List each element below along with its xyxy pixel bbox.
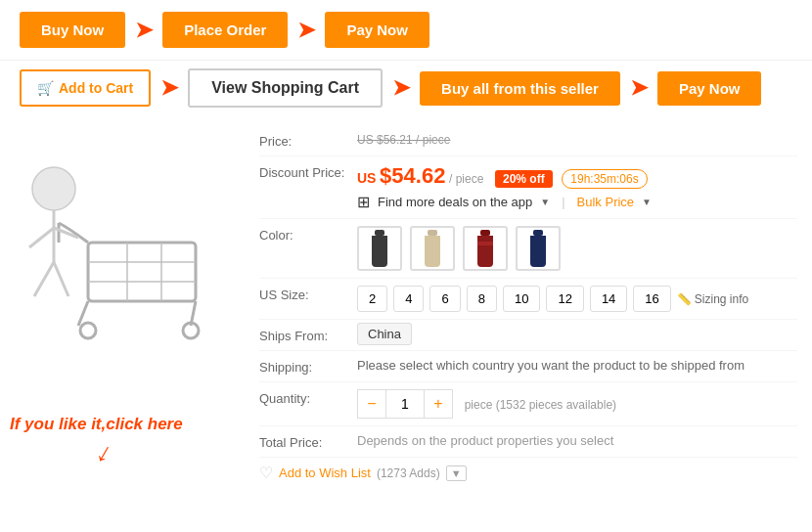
cart-icon: 🛒 [37,80,54,96]
wishlist-adds-count: (1273 Adds) [377,466,440,480]
sizing-info-link[interactable]: 📏 Sizing info [677,292,748,306]
svg-rect-17 [428,230,437,236]
product-image-area: If you like it,click here ↓ [0,125,245,488]
shipping-label: Shipping: [259,358,357,375]
size-10-button[interactable]: 10 [503,286,540,312]
pipe-divider: | [562,195,564,209]
ships-from-badge[interactable]: China [357,323,412,345]
svg-rect-18 [480,230,490,236]
buy-all-seller-button[interactable]: Buy all from this seller [420,71,620,106]
arrow-icon-2: ➤ [297,18,315,43]
svg-point-3 [80,323,96,338]
arrow-icon-1: ➤ [135,18,153,43]
size-16-button[interactable]: 16 [633,286,670,312]
total-price-text: Depends on the product properties you se… [357,433,613,448]
view-shopping-cart-button[interactable]: View Shopping Cart [188,68,383,108]
shipping-row: Shipping: Please select which country yo… [259,351,797,382]
size-label: US Size: [259,286,357,302]
size-2-button[interactable]: 2 [357,286,387,312]
size-options: 2 4 6 8 10 12 14 16 📏 Sizing info [357,286,797,312]
ships-from-label: Ships From: [259,327,357,343]
add-to-wishlist-button[interactable]: Add to Wish List [279,466,371,480]
svg-rect-19 [533,230,543,236]
size-row: US Size: 2 4 6 8 10 12 14 16 📏 Sizing in… [259,279,797,320]
quantity-input[interactable] [385,390,425,418]
discount-badge: 20% off [495,170,553,188]
discount-price-row: Discount Price: US $54.62 / piece 20% of… [259,156,797,219]
shopping-cart-illustration [10,135,225,350]
place-order-button[interactable]: Place Order [162,12,288,48]
total-price-label: Total Price: [259,433,357,450]
size-8-button[interactable]: 8 [467,286,497,312]
bottle-light-svg [417,228,448,269]
svg-line-12 [29,228,54,247]
bulk-price-link[interactable]: Bulk Price [577,195,635,209]
color-row: Color: [259,219,797,279]
color-swatch-dark[interactable] [357,226,402,271]
top-flow-bar: Buy Now ➤ Place Order ➤ Pay Now [0,0,812,60]
size-14-button[interactable]: 14 [590,286,627,312]
size-options-container: 2 4 6 8 10 12 14 16 📏 Sizing info [357,286,797,312]
color-swatch-light[interactable] [410,226,455,271]
svg-point-10 [32,167,75,210]
color-swatch-red[interactable] [463,226,508,271]
cart-bar: 🛒 Add to Cart ➤ View Shopping Cart ➤ Buy… [0,60,812,115]
add-to-cart-button[interactable]: 🛒 Add to Cart [20,69,151,107]
color-swatches [357,226,797,271]
app-deals-text[interactable]: Find more deals on the app [378,195,532,209]
bulk-price-dropdown[interactable]: ▼ [642,197,652,207]
bottle-red-svg [470,228,501,269]
bottle-navy-svg [522,228,554,269]
timer-badge: 19h:35m:06s [562,169,647,189]
wishlist-row: ♡ Add to Wish List (1273 Adds) ▼ [259,458,797,488]
quantity-row: Quantity: − + piece (1532 pieces availab… [259,382,797,426]
arrow-icon-5: ➤ [630,75,648,101]
per-piece-label: / piece [449,172,483,186]
total-price-value: Depends on the product properties you se… [357,433,797,448]
svg-rect-16 [375,230,384,236]
wishlist-dropdown[interactable]: ▼ [446,466,467,481]
pay-now-top-button[interactable]: Pay Now [325,12,429,48]
size-4-button[interactable]: 4 [393,286,424,312]
product-details: Price: US $56.21 / piece Discount Price:… [245,125,812,488]
color-swatches-container [357,226,797,271]
discount-price-amount: $54.62 [380,163,445,188]
click-here-text: If you like it,click here [10,415,183,434]
currency-symbol: US [357,170,376,186]
original-price: US $56.21 / piece [357,133,450,147]
size-12-button[interactable]: 12 [546,286,583,312]
svg-line-14 [34,262,54,296]
discount-price-label: Discount Price: [259,163,357,180]
heart-icon: ♡ [259,464,273,482]
app-deals-dropdown[interactable]: ▼ [540,197,550,207]
price-value: US $56.21 / piece [357,132,797,147]
bottle-dark-svg [364,228,395,269]
quantity-label: Quantity: [259,389,357,406]
color-label: Color: [259,226,357,243]
arrow-icon-4: ➤ [392,75,410,101]
discount-price-value: US $54.62 / piece 20% off 19h:35m:06s ⊞ … [357,163,797,211]
color-swatch-navy[interactable] [516,226,561,271]
ships-from-value: China [357,327,797,341]
price-label: Price: [259,132,357,149]
product-area: If you like it,click here ↓ Price: US $5… [0,115,812,498]
quantity-increase-button[interactable]: + [425,390,452,418]
price-row: Price: US $56.21 / piece [259,125,797,156]
ships-from-row: Ships From: China [259,320,797,351]
total-price-row: Total Price: Depends on the product prop… [259,426,797,458]
arrow-icon-3: ➤ [160,75,178,101]
ruler-icon: 📏 [677,292,692,306]
quantity-control: − + [357,389,453,419]
buy-now-button[interactable]: Buy Now [20,12,125,48]
pay-now-cart-button[interactable]: Pay Now [657,71,762,106]
size-6-button[interactable]: 6 [429,286,460,312]
shipping-text: Please select which country you want the… [357,358,744,373]
svg-rect-0 [88,243,196,301]
app-deals-row: ⊞ Find more deals on the app ▼ | Bulk Pr… [357,193,797,211]
shipping-value: Please select which country you want the… [357,358,797,373]
quantity-value: − + piece (1532 pieces available) [357,389,797,419]
qr-icon: ⊞ [357,193,370,211]
pieces-available: piece (1532 pieces available) [465,398,616,412]
quantity-decrease-button[interactable]: − [358,390,385,418]
arrow-down-icon: ↓ [91,436,118,470]
